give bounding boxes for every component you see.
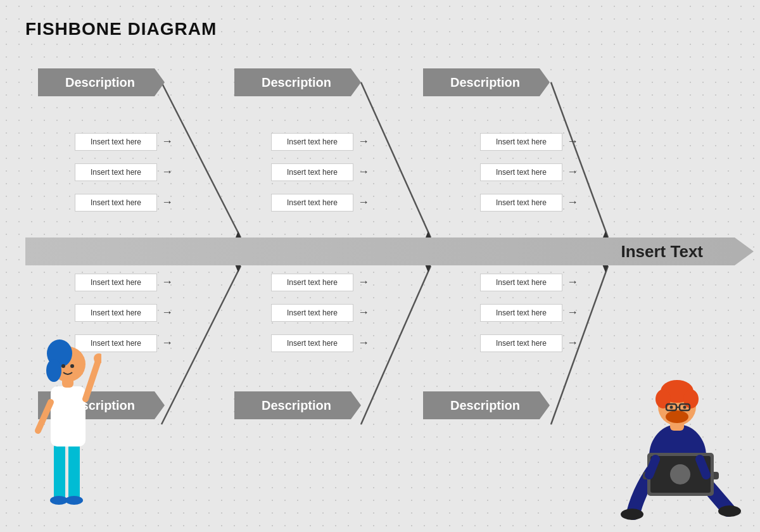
svg-point-15 [65,496,83,505]
arrow-br-3: → [567,336,578,350]
arrow-bm-3: → [358,336,369,350]
svg-point-24 [61,364,65,368]
arrow-tr-3: → [567,196,578,209]
svg-line-34 [700,459,706,475]
person-left [19,298,101,519]
svg-line-4 [361,266,431,424]
svg-line-0 [162,82,241,238]
svg-point-38 [656,390,671,408]
text-box-tl-1[interactable]: Insert text here [75,133,157,151]
text-box-br-3[interactable]: Insert text here [480,334,562,352]
arrow-tr-1: → [567,135,578,148]
svg-point-39 [683,390,699,408]
svg-point-25 [70,364,74,368]
svg-line-17 [86,361,98,399]
text-box-bm-1[interactable]: Insert text here [271,274,353,291]
svg-point-40 [666,410,688,423]
svg-point-14 [50,496,68,505]
text-box-tr-2[interactable]: Insert text here [480,163,562,181]
svg-point-32 [670,464,690,484]
svg-rect-12 [54,443,65,500]
desc-bot-right: Description [423,391,550,419]
text-box-bl-1[interactable]: Insert text here [75,274,157,291]
svg-line-18 [38,402,51,431]
text-box-tr-3[interactable]: Insert text here [480,194,562,212]
arrow-bm-1: → [358,276,369,289]
svg-point-45 [683,406,687,409]
text-box-tm-1[interactable]: Insert text here [271,133,353,151]
text-box-br-2[interactable]: Insert text here [480,304,562,322]
arrow-tm-3: → [358,196,369,209]
arrow-tl-1: → [162,135,173,148]
svg-point-23 [46,359,61,382]
svg-point-44 [670,406,673,409]
svg-rect-13 [68,443,80,500]
svg-line-33 [649,459,656,475]
text-box-br-1[interactable]: Insert text here [480,274,562,291]
svg-line-2 [551,82,608,238]
svg-point-26 [621,509,643,520]
svg-point-27 [718,505,741,517]
text-box-bm-2[interactable]: Insert text here [271,304,353,322]
arrow-bl-3: → [162,336,173,350]
arrow-bm-2: → [358,306,369,319]
desc-top-mid: Description [234,68,361,96]
text-box-bm-3[interactable]: Insert text here [271,334,353,352]
arrow-tl-2: → [162,165,173,179]
person-right [621,361,747,526]
text-box-tm-2[interactable]: Insert text here [271,163,353,181]
text-box-tl-3[interactable]: Insert text here [75,194,157,212]
text-box-tm-3[interactable]: Insert text here [271,194,353,212]
text-box-tr-1[interactable]: Insert text here [480,133,562,151]
desc-bot-mid: Description [234,391,361,419]
page-title: FISHBONE DIAGRAM [25,19,217,39]
arrow-br-2: → [567,306,578,319]
spine-text: Insert Text [621,242,703,262]
arrow-tr-2: → [567,165,578,179]
desc-top-left: Description [38,68,165,96]
arrow-bl-1: → [162,276,173,289]
arrow-tm-2: → [358,165,369,179]
svg-line-3 [162,266,241,424]
arrow-tm-1: → [358,135,369,148]
spine: Insert Text [25,238,735,265]
arrow-br-1: → [567,276,578,289]
svg-line-1 [361,82,431,238]
arrow-tl-3: → [162,196,173,209]
desc-top-right: Description [423,68,550,96]
arrow-bl-2: → [162,306,173,319]
text-box-tl-2[interactable]: Insert text here [75,163,157,181]
svg-rect-16 [51,386,86,446]
